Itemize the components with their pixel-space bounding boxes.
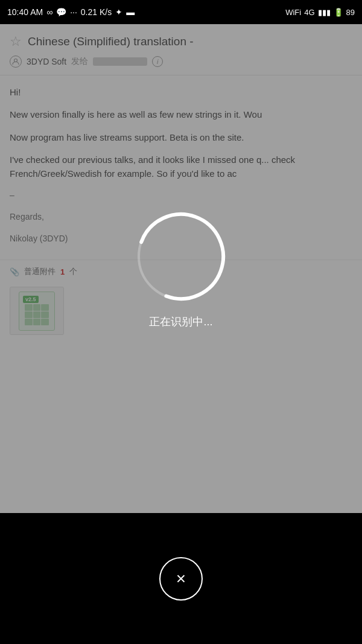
signal-icon: ▮▮▮ bbox=[318, 8, 331, 17]
bluetooth-icon: ✦ bbox=[115, 7, 122, 17]
email-area: ☆ Chinese (Simplified) translation - 3DY… bbox=[0, 24, 362, 513]
data-speed: 0.21 K/s bbox=[81, 7, 112, 17]
wifi-icon: WiFi bbox=[285, 8, 301, 17]
spinner-svg bbox=[133, 208, 229, 305]
dots-icon: ··· bbox=[70, 7, 77, 17]
close-icon: × bbox=[176, 570, 186, 587]
time-display: 10:40 AM bbox=[7, 7, 43, 17]
spinner-container bbox=[133, 208, 229, 305]
recognizing-text: 正在识别中... bbox=[149, 314, 212, 329]
status-left: 10:40 AM ∞ 💬 ··· 0.21 K/s ✦ ▬ bbox=[7, 7, 135, 17]
message-icon: 💬 bbox=[56, 7, 66, 17]
battery-icon: 🔋 bbox=[334, 8, 343, 17]
phone-icon: ▬ bbox=[126, 7, 135, 17]
status-bar: 10:40 AM ∞ 💬 ··· 0.21 K/s ✦ ▬ WiFi 4G ▮▮… bbox=[0, 0, 362, 24]
close-button[interactable]: × bbox=[159, 557, 203, 601]
svg-point-2 bbox=[133, 208, 229, 305]
recognizing-overlay: 正在识别中... bbox=[0, 24, 362, 513]
status-right: WiFi 4G ▮▮▮ 🔋 89 bbox=[285, 8, 355, 17]
infinity-icon: ∞ bbox=[46, 7, 52, 17]
4g-icon: 4G bbox=[304, 8, 314, 17]
battery-level: 89 bbox=[346, 8, 355, 17]
bottom-bar: × bbox=[0, 513, 362, 644]
